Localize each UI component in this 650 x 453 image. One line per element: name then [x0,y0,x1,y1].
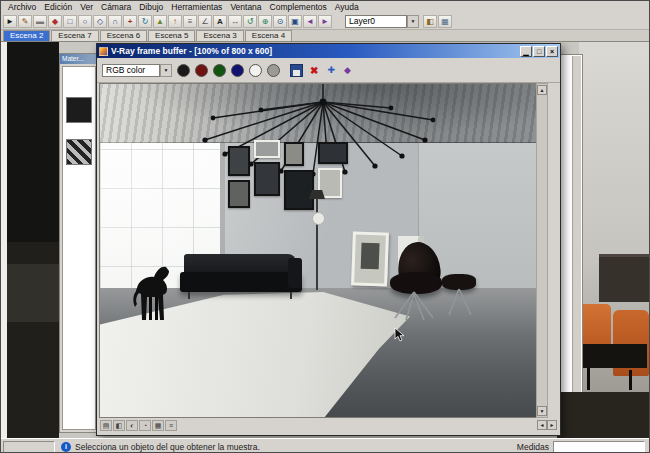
materials-panel-body [62,66,96,430]
tab-escena-5[interactable]: Escena 5 [148,30,195,41]
channels-icon[interactable]: ▦ [152,420,164,431]
orange-chair-base [581,344,647,368]
menu-herramientas[interactable]: Herramientas [167,2,226,12]
orbit-tool-icon[interactable]: ↺ [243,15,257,28]
select-tool-icon[interactable]: ► [3,15,17,28]
channel-select[interactable]: RGB color [102,64,160,77]
scroll-down-icon[interactable]: ▼ [537,406,547,416]
layer-combo: Layer0 ▼ [345,15,419,28]
tape-measure-tool-icon[interactable]: ∠ [198,15,212,28]
push-pull-tool-icon[interactable]: ↑ [168,15,182,28]
menu-edicion[interactable]: Edición [40,2,76,12]
save-image-icon[interactable] [290,64,303,77]
line-tool-icon[interactable]: ✎ [18,15,32,28]
menu-ver[interactable]: Ver [76,2,97,12]
material-thumbnail[interactable] [66,97,92,123]
menu-camara[interactable]: Cámara [97,2,135,12]
green-channel-icon[interactable] [213,64,226,77]
wall-frame [254,140,280,158]
info-icon: i [61,442,71,452]
material-thumbnail[interactable] [66,139,92,165]
styles-icon[interactable]: ▦ [438,15,452,28]
render-last-icon[interactable]: ✚ [327,64,335,77]
vray-logo-icon [99,47,108,56]
model-viewport[interactable]: Mater... V-Ray frame buffer - [100% of [1,42,650,438]
alpha-channel-icon[interactable] [249,64,262,77]
menu-ayuda[interactable]: Ayuda [331,2,363,12]
move-tool-icon[interactable]: + [123,15,137,28]
rgb-channel-icon[interactable] [177,64,190,77]
scale-tool-icon[interactable]: ▲ [153,15,167,28]
model-table [599,254,650,302]
chair-base-legs [386,242,486,322]
blue-channel-icon[interactable] [231,64,244,77]
hscroll-arrows: ◄ ► [537,420,557,430]
dimension-tool-icon[interactable]: ↔ [228,15,242,28]
rectangle-tool-icon[interactable]: □ [63,15,77,28]
tab-escena-3[interactable]: Escena 3 [196,30,243,41]
arc-tool-icon[interactable]: ∩ [108,15,122,28]
scroll-left-icon[interactable]: ◄ [537,420,547,430]
layer-select[interactable]: Layer0 [345,15,407,28]
vfb-vertical-scrollbar[interactable]: ▲ ▼ [536,83,548,418]
sofa-seat [180,272,302,292]
scroll-right-icon[interactable]: ► [547,420,557,430]
previous-view-icon[interactable]: ◄ [303,15,317,28]
clear-image-icon[interactable]: ✖ [310,64,318,77]
eraser-tool-icon[interactable]: ▬ [33,15,47,28]
scroll-up-icon[interactable]: ▲ [537,85,547,95]
next-view-icon[interactable]: ► [318,15,332,28]
region-render-icon[interactable]: ◆ [344,64,351,77]
paint-bucket-tool-icon[interactable]: ◆ [48,15,62,28]
model-olive-band [7,264,59,322]
polygon-tool-icon[interactable]: ◇ [93,15,107,28]
red-channel-icon[interactable] [195,64,208,77]
vfb-title-bar[interactable]: V-Ray frame buffer - [100% of 800 x 600]… [97,44,560,58]
sofa-leg [188,292,190,299]
main-toolbar: ► ✎ ▬ ◆ □ ○ ◇ ∩ + ↻ ▲ ↑ ≡ ∠ A ↔ ↺ ⊕ ⊙ ▣ … [1,13,649,30]
tab-escena-4[interactable]: Escena 4 [245,30,292,41]
mono-channel-icon[interactable] [267,64,280,77]
zoom-tool-icon[interactable]: ⊙ [273,15,287,28]
tab-escena-2[interactable]: Escena 2 [3,30,50,41]
chair-leg [587,368,590,390]
rotate-tool-icon[interactable]: ↻ [138,15,152,28]
minimize-button[interactable]: ▁ [520,46,532,57]
vfb-body: ▲ ▼ [99,83,558,418]
wall-frame [318,142,348,164]
circle-tool-icon[interactable]: ○ [78,15,92,28]
eames-lounge-chair [386,242,486,322]
model-dark-geometry-top [7,42,59,242]
offset-tool-icon[interactable]: ≡ [183,15,197,28]
stats-icon[interactable]: ▤ [100,420,112,431]
tab-escena-7[interactable]: Escena 7 [51,30,98,41]
menu-ventana[interactable]: Ventana [226,2,265,12]
measurements-label: Medidas [517,442,549,452]
exposure-icon[interactable]: ◔ [139,420,151,431]
menu-dibujo[interactable]: Dibujo [135,2,167,12]
wall-frames [228,140,350,220]
menu-complementos[interactable]: Complementos [266,2,331,12]
sofa [180,254,306,304]
options-icon[interactable]: ≡ [165,420,177,431]
history-icon[interactable]: ◧ [113,420,125,431]
maximize-button[interactable]: □ [533,46,545,57]
render-area[interactable] [99,83,536,418]
measurements-input[interactable] [553,441,645,453]
channel-dropdown-arrow-icon[interactable]: ▼ [160,64,172,77]
measurements-group: Medidas [517,441,645,453]
menu-archivo[interactable]: Archivo [4,2,40,12]
pan-tool-icon[interactable]: ⊕ [258,15,272,28]
text-tool-icon[interactable]: A [213,15,227,28]
layer-manager-icon[interactable]: ◧ [423,15,437,28]
color-correction-icon[interactable]: ◐ [126,420,138,431]
tab-escena-6[interactable]: Escena 6 [100,30,147,41]
vfb-toolbar: RGB color ▼ ✖ ✚ ◆ [97,58,560,83]
background-panel-scrollbar[interactable] [572,56,581,430]
app-window: Archivo Edición Ver Cámara Dibujo Herram… [0,0,650,453]
layer-dropdown-arrow-icon[interactable]: ▼ [407,15,419,28]
close-button[interactable]: × [546,46,558,57]
status-left-cell [3,441,55,453]
materials-panel-title: Mater... [60,54,98,64]
zoom-extents-tool-icon[interactable]: ▣ [288,15,302,28]
